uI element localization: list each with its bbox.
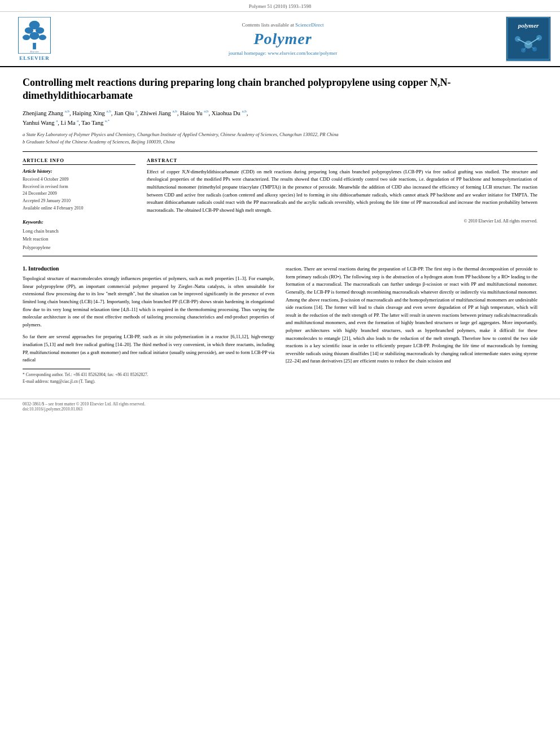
sciencedirect-anchor[interactable]: ScienceDirect xyxy=(295,22,323,28)
received-date: Received 4 October 2009 xyxy=(23,176,135,184)
journal-citation: Polymer 51 (2010) 1593–1598 xyxy=(249,3,312,9)
intro-paragraph-2: So far there are several approaches for … xyxy=(23,333,274,364)
svg-text:Elsevier: Elsevier xyxy=(29,50,39,53)
accepted-date: Accepted 29 January 2010 xyxy=(23,198,135,205)
polymer-logo-icon: polymer xyxy=(506,16,550,60)
journal-homepage: journal homepage: www.elsevier.com/locat… xyxy=(65,50,500,56)
affiliation-b: b Graduate School of the Chinese Academy… xyxy=(23,138,537,146)
article-info-col: ARTICLE INFO Article history: Received 4… xyxy=(23,158,135,251)
body-section: 1. Introduction Topological structure of… xyxy=(23,265,537,385)
article-info-abstract: ARTICLE INFO Article history: Received 4… xyxy=(23,158,537,251)
article-history-label: Article history: xyxy=(23,168,135,174)
journal-title: Polymer xyxy=(65,30,500,48)
received-revised-date: 24 December 2009 xyxy=(23,190,135,198)
right-paragraph-1: reaction. There are several reactions du… xyxy=(286,265,537,365)
elsevier-logo: Elsevier ELSEVIER xyxy=(9,17,60,61)
polymer-logo: polymer xyxy=(506,16,551,62)
received-revised-label: Received in revised form xyxy=(23,184,135,191)
affiliations: a State Key Laboratory of Polymer Physic… xyxy=(23,131,537,146)
bottom-bar: 0032-3861/$ – see front matter © 2010 El… xyxy=(0,399,560,414)
journal-homepage-link[interactable]: journal homepage: www.elsevier.com/locat… xyxy=(229,50,337,56)
keywords-section: Keywords: Long chain branch Melt reactio… xyxy=(23,219,135,251)
journal-header-center: Contents lists available at ScienceDirec… xyxy=(65,22,500,56)
available-date: Available online 4 February 2010 xyxy=(23,205,135,212)
keyword-2: Melt reaction xyxy=(23,235,135,243)
article-title: Controlling melt reactions during prepar… xyxy=(23,76,537,103)
intro-section-title: 1. Introduction xyxy=(23,265,274,272)
divider-1 xyxy=(23,151,537,152)
divider-2 xyxy=(23,256,537,256)
elsevier-tree-icon: Elsevier xyxy=(18,17,51,54)
keyword-1: Long chain branch xyxy=(23,227,135,235)
abstract-text: Effect of copper N,N-dimethyldithiocarba… xyxy=(147,168,537,215)
abstract-header: ABSTRACT xyxy=(147,158,537,165)
affiliation-a: a State Key Laboratory of Polymer Physic… xyxy=(23,131,537,138)
top-bar: Polymer 51 (2010) 1593–1598 xyxy=(0,0,560,12)
article-info-header: ARTICLE INFO xyxy=(23,158,135,165)
svg-text:polymer: polymer xyxy=(518,22,539,29)
body-left-col: 1. Introduction Topological structure of… xyxy=(23,265,274,385)
elsevier-label: ELSEVIER xyxy=(19,55,50,61)
body-right-col: reaction. There are several reactions du… xyxy=(286,265,537,385)
footnote-divider xyxy=(23,369,90,369)
svg-point-6 xyxy=(39,35,46,41)
svg-rect-7 xyxy=(33,43,36,49)
main-content: Controlling melt reactions during prepar… xyxy=(0,67,560,394)
footnote-corresponding: * Corresponding author. Tel.: +86 431 85… xyxy=(23,372,274,378)
intro-paragraph-1: Topological structure of macromolecules … xyxy=(23,275,274,329)
sciencedirect-link: Contents lists available at ScienceDirec… xyxy=(65,22,500,28)
keywords-label: Keywords: xyxy=(23,219,135,225)
svg-point-5 xyxy=(29,32,39,40)
journal-header: Elsevier ELSEVIER Contents lists availab… xyxy=(0,12,560,67)
footnote-email: E-mail address: ttang@ciac.jl.cn (T. Tan… xyxy=(23,378,274,385)
copyright: © 2010 Elsevier Ltd. All rights reserved… xyxy=(147,219,537,224)
keyword-3: Polypropylene xyxy=(23,243,135,251)
svg-point-4 xyxy=(23,35,30,41)
doi-info: doi:10.1016/j.polymer.2010.01.063 xyxy=(23,407,537,412)
abstract-col: ABSTRACT Effect of copper N,N-dimethyldi… xyxy=(147,158,537,251)
issn-info: 0032-3861/$ – see front matter © 2010 El… xyxy=(23,401,537,407)
authors: Zhenjiang Zhang a,b, Haiping Xing a,b, J… xyxy=(23,108,537,128)
